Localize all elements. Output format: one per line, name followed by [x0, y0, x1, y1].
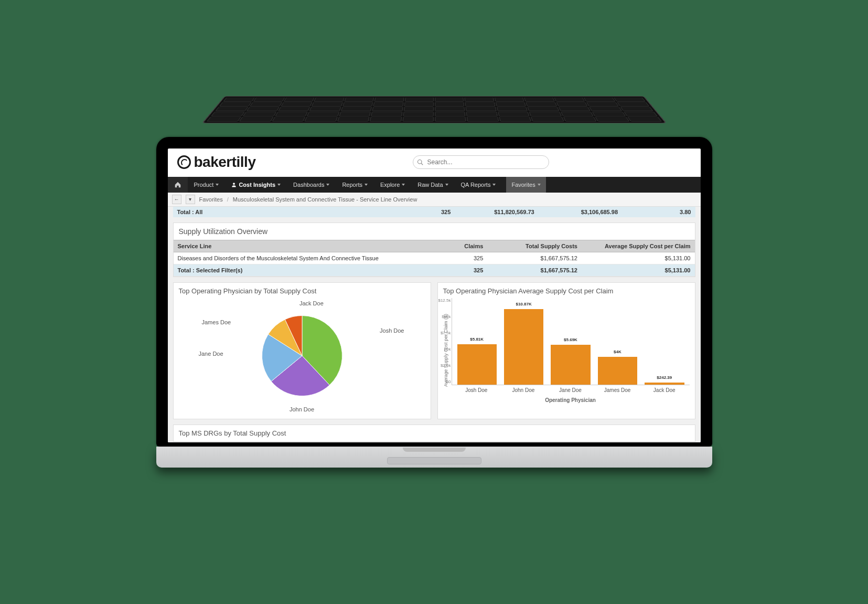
- pie-card: Top Operating Physician by Total Supply …: [173, 282, 431, 419]
- pie-svg: [258, 311, 347, 400]
- screen-bezel: bakertilly Product Cost Insights Dashboa…: [156, 137, 712, 447]
- options-button[interactable]: ▾: [186, 195, 195, 204]
- supply-header: Service Line Claims Total Supply Costs A…: [174, 240, 695, 252]
- laptop-deck: [156, 447, 712, 468]
- bar-title: Top Operating Physician Average Supply C…: [443, 287, 690, 295]
- charts-row: Top Operating Physician by Total Supply …: [173, 282, 695, 419]
- pie-label-josh: Josh Doe: [380, 327, 404, 334]
- pie-label-john: John Doe: [290, 406, 314, 412]
- user-icon: [231, 182, 237, 187]
- summary-claims: 325: [413, 207, 455, 217]
- svg-line-1: [422, 163, 423, 165]
- pie-label-james: James Doe: [202, 319, 231, 325]
- bar-plot: $12.5k $10k $7.5k $5k $2.5k $0 $5.81K$10…: [452, 298, 690, 403]
- chevron-down-icon: [492, 184, 496, 186]
- search-icon: [417, 159, 423, 165]
- supply-row-name: Diseases and Disorders of the Musculoske…: [174, 252, 425, 264]
- pie-label-jane: Jane Doe: [199, 351, 223, 357]
- supply-row-claims: 325: [425, 252, 488, 264]
- supply-total-avg: $5,131.00: [582, 264, 695, 276]
- pie-title: Top Operating Physician by Total Supply …: [179, 287, 425, 295]
- breadcrumb-page: Musculoskeletal System and Connective Ti…: [233, 196, 417, 203]
- svg-point-0: [418, 160, 422, 164]
- summary-col4: 3.80: [622, 207, 695, 217]
- supply-panel: Supply Utilization Overview Service Line…: [173, 222, 695, 277]
- breadcrumb-root[interactable]: Favorites: [199, 196, 223, 203]
- app-screen: bakertilly Product Cost Insights Dashboa…: [168, 149, 701, 442]
- pie-label-jack: Jack Doe: [299, 300, 324, 306]
- nav-product[interactable]: Product: [188, 177, 226, 193]
- bar-x-title: Operating Physician: [452, 397, 690, 403]
- bar-chart[interactable]: Average Supply Cost per Claim ($) $12.5k…: [443, 298, 690, 403]
- supply-total-total: $1,667,575.12: [487, 264, 582, 276]
- bars-container: $5.81K$10.87K$5.69K$4K$242.39: [452, 298, 690, 385]
- bar-james-doe[interactable]: $4K: [598, 357, 637, 385]
- chevron-down-icon: [445, 184, 448, 186]
- chevron-down-icon: [326, 184, 329, 186]
- bar-y-ticks: $12.5k $10k $7.5k $5k $2.5k $0: [433, 298, 451, 385]
- summary-col3: $3,106,685.98: [539, 207, 622, 217]
- chevron-down-icon: [365, 184, 368, 186]
- top-bar: bakertilly: [168, 149, 701, 177]
- nav-home[interactable]: [168, 177, 188, 193]
- back-button[interactable]: ←: [172, 195, 181, 204]
- main-nav: Product Cost Insights Dashboards Reports…: [168, 177, 701, 193]
- supply-total-row: Total : Selected Filter(s) 325 $1,667,57…: [174, 264, 695, 277]
- nav-qa-reports[interactable]: QA Reports: [455, 177, 502, 193]
- chevron-down-icon: [402, 184, 405, 186]
- nav-favorites[interactable]: Favorites: [506, 177, 545, 193]
- search-wrap: [413, 155, 549, 169]
- chevron-down-icon: [216, 184, 219, 186]
- bar-josh-doe[interactable]: $5.81K: [457, 344, 497, 385]
- drg-card-title: Top MS DRGs by Total Supply Cost: [173, 425, 695, 442]
- bar-jack-doe[interactable]: $242.39: [645, 383, 684, 384]
- nav-dashboards[interactable]: Dashboards: [287, 177, 336, 193]
- summary-table: Total : All 325 $11,820,569.73 $3,106,68…: [173, 207, 695, 217]
- supply-header-total[interactable]: Total Supply Costs: [487, 240, 582, 252]
- supply-row[interactable]: Diseases and Disorders of the Musculoske…: [174, 252, 695, 264]
- laptop-frame: bakertilly Product Cost Insights Dashboa…: [156, 137, 712, 468]
- home-icon: [174, 181, 181, 188]
- breadcrumb-separator: /: [227, 196, 229, 203]
- brand-logo: bakertilly: [177, 154, 256, 171]
- bar-jane-doe[interactable]: $5.69K: [551, 345, 590, 384]
- nav-explore[interactable]: Explore: [374, 177, 411, 193]
- logo-mark-icon: [177, 155, 191, 169]
- nav-reports[interactable]: Reports: [336, 177, 374, 193]
- supply-total-claims: 325: [425, 264, 488, 276]
- chevron-down-icon: [277, 184, 281, 186]
- chevron-down-icon: [538, 184, 541, 186]
- summary-label: Total : All: [173, 207, 413, 217]
- supply-row-total: $1,667,575.12: [487, 252, 582, 264]
- bar-grid: $12.5k $10k $7.5k $5k $2.5k $0 $5.81K$10…: [452, 298, 690, 385]
- svg-point-2: [233, 183, 235, 185]
- supply-header-claims[interactable]: Claims: [425, 240, 488, 252]
- pie-chart[interactable]: Jack Doe Josh Doe John Doe Jane Doe Jame…: [179, 298, 425, 414]
- nav-cost-insights[interactable]: Cost Insights: [225, 177, 287, 193]
- summary-total-row: Total : All 325 $11,820,569.73 $3,106,68…: [173, 207, 695, 217]
- summary-col2: $11,820,569.73: [455, 207, 538, 217]
- bar-card: Top Operating Physician Average Supply C…: [437, 282, 695, 419]
- supply-header-avg[interactable]: Average Supply Cost per Claim: [582, 240, 695, 252]
- bar-x-labels: Josh DoeJohn DoeJane DoeJames DoeJack Do…: [452, 385, 690, 393]
- supply-panel-title: Supply Utilization Overview: [174, 223, 695, 240]
- logo-text: bakertilly: [194, 154, 256, 171]
- supply-header-service-line[interactable]: Service Line: [174, 240, 425, 252]
- content-area: Total : All 325 $11,820,569.73 $3,106,68…: [168, 207, 701, 442]
- bar-john-doe[interactable]: $10.87K: [504, 309, 543, 384]
- trackpad: [387, 457, 481, 464]
- supply-row-avg: $5,131.00: [582, 252, 695, 264]
- supply-total-name: Total : Selected Filter(s): [174, 264, 425, 276]
- keyboard: [201, 96, 667, 123]
- search-input[interactable]: [413, 155, 549, 169]
- nav-raw-data[interactable]: Raw Data: [411, 177, 454, 193]
- sub-toolbar: ← ▾ Favorites / Musculoskeletal System a…: [168, 193, 701, 207]
